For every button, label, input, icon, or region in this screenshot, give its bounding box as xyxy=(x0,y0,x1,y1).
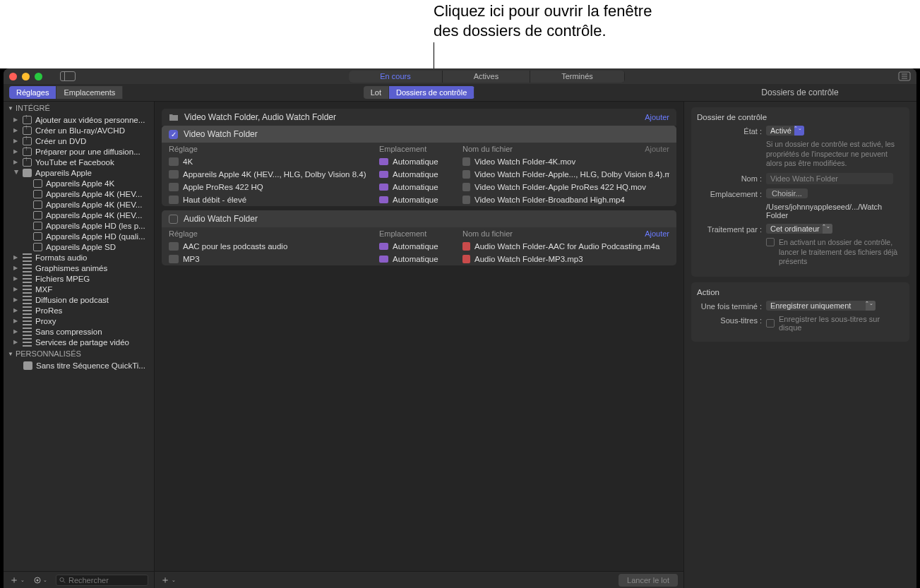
state-select[interactable]: Activé xyxy=(766,126,804,136)
disclosure-triangle-icon[interactable]: ▶ xyxy=(13,159,19,165)
seg-current[interactable]: En cours xyxy=(349,71,442,83)
sidebar-item[interactable]: ▶ProRes xyxy=(4,305,154,316)
disclosure-triangle-icon[interactable]: ▶ xyxy=(13,127,19,133)
sidebar-item[interactable]: ▶Sans compression xyxy=(4,326,154,337)
sidebar-item-label: ProRes xyxy=(35,306,62,315)
sidebar-item-label: Sans compression xyxy=(35,328,102,336)
disclosure-triangle-icon[interactable]: ▶ xyxy=(13,170,20,176)
sidebar-item[interactable]: Appareils Apple HD (quali... xyxy=(4,231,154,241)
add-watch-folder-link[interactable]: Ajouter xyxy=(645,113,669,121)
sidebar-item[interactable]: ▶Graphismes animés xyxy=(4,263,154,273)
minimize-window-icon[interactable] xyxy=(22,73,30,80)
tab-dossiers-controle[interactable]: Dossiers de contrôle xyxy=(389,86,474,99)
watch-folder-title-row[interactable]: Audio Watch Folder xyxy=(162,210,676,227)
location-text: Automatique xyxy=(393,196,438,204)
sidebar-item[interactable]: ▶Appareils Apple xyxy=(4,167,154,178)
search-input[interactable] xyxy=(68,576,145,584)
disclosure-triangle-icon[interactable]: ▶ xyxy=(13,254,19,260)
choose-location-button[interactable]: Choisir... xyxy=(766,188,808,198)
add-batch-button[interactable]: ＋⌄ xyxy=(160,574,176,587)
watch-folder-checkbox[interactable] xyxy=(169,215,178,224)
sidebar-item[interactable]: ▶Préparer pour une diffusion... xyxy=(4,146,154,157)
sidebar-item[interactable]: ▶MXF xyxy=(4,284,154,294)
disclosure-triangle-icon[interactable]: ▶ xyxy=(13,286,19,292)
stack-icon xyxy=(23,306,32,315)
seg-done[interactable]: Terminés xyxy=(530,71,625,83)
tab-lot[interactable]: Lot xyxy=(364,86,389,99)
once-done-select[interactable]: Enregistrer uniquement xyxy=(766,301,876,311)
column-header: Nom du fichier xyxy=(462,229,669,238)
close-window-icon[interactable] xyxy=(9,73,17,80)
filename-text: Video Watch Folder-4K.mov xyxy=(474,157,575,166)
output-row[interactable]: Apple ProRes 422 HQAutomatiqueVideo Watc… xyxy=(162,181,676,193)
launch-batch-button[interactable]: Lancer le lot xyxy=(619,574,678,587)
sidebar-item[interactable]: ▶Fichiers MPEG xyxy=(4,273,154,284)
sidebar-item[interactable]: Appareils Apple 4K (HEV... xyxy=(4,188,154,199)
disclosure-triangle-icon[interactable]: ▶ xyxy=(13,275,19,282)
process-existing-checkbox[interactable] xyxy=(766,238,775,246)
output-row[interactable]: MP3AutomatiqueAudio Watch Folder-MP3.mp3 xyxy=(162,253,676,265)
process-select[interactable]: Cet ordinateur xyxy=(766,224,832,234)
sidebar-item[interactable]: Appareils Apple 4K (HEV... xyxy=(4,210,154,220)
disclosure-triangle-icon[interactable]: ▶ xyxy=(13,138,19,144)
sidebar-item[interactable]: ▶Ajouter aux vidéos personne... xyxy=(4,114,154,125)
sidebar-item[interactable]: Appareils Apple 4K xyxy=(4,178,154,188)
output-row[interactable]: Appareils Apple 4K (HEV..., HLG, Dolby V… xyxy=(162,168,676,181)
center-tabs[interactable]: Lot Dossiers de contrôle xyxy=(364,86,475,99)
add-preset-button[interactable]: ＋⌄ xyxy=(9,574,25,587)
preset-action-button[interactable]: ⌄ xyxy=(33,576,47,584)
add-output-link[interactable]: Ajouter xyxy=(645,145,669,153)
output-row[interactable]: Haut débit - élevéAutomatiqueVideo Watch… xyxy=(162,193,676,206)
seg-active[interactable]: Actives xyxy=(443,71,530,83)
sidebar-item[interactable]: ▶Services de partage vidéo xyxy=(4,337,154,347)
disclosure-triangle-icon[interactable]: ▶ xyxy=(13,318,19,324)
state-help: Si un dossier de contrôle est activé, le… xyxy=(766,140,904,169)
watch-folder-title-row[interactable]: Video Watch Folder xyxy=(162,126,676,143)
sidebar-item[interactable]: ▶Proxy xyxy=(4,316,154,326)
sidebar-item-label: Appareils Apple 4K (HEV... xyxy=(46,190,142,198)
disclosure-triangle-icon[interactable]: ▶ xyxy=(13,307,19,313)
add-output-link[interactable]: Ajouter xyxy=(645,229,669,238)
tree-header-personnalises[interactable]: ▼PERSONNALISÉS xyxy=(4,347,154,360)
output-row[interactable]: AAC pour les podcasts audioAutomatiqueAu… xyxy=(162,240,676,253)
zoom-window-icon[interactable] xyxy=(35,73,42,80)
disclosure-triangle-icon[interactable]: ▶ xyxy=(13,116,19,123)
toggle-sidebar-icon[interactable] xyxy=(60,71,76,81)
subtitles-text: Enregistrer les sous-titres sur disque xyxy=(779,315,904,332)
sidebar-item[interactable]: Appareils Apple SD xyxy=(4,241,154,252)
sidebar-item[interactable]: Sans titre Séquence QuickTi... xyxy=(4,360,154,371)
inspector-settings-icon[interactable] xyxy=(898,71,911,81)
name-input[interactable] xyxy=(766,173,893,184)
disclosure-triangle-icon[interactable]: ▶ xyxy=(13,296,19,303)
tab-reglages[interactable]: Réglages xyxy=(9,86,56,99)
sidebar-tabs[interactable]: Réglages Emplacements xyxy=(9,86,155,99)
process-label: Traitement par : xyxy=(697,224,762,234)
window-controls[interactable] xyxy=(9,73,42,80)
device-icon xyxy=(33,190,42,198)
sidebar-item-label: Créer un Blu-ray/AVCHD xyxy=(35,126,125,135)
output-row[interactable]: 4KAutomatiqueVideo Watch Folder-4K.mov xyxy=(162,155,676,168)
file-icon xyxy=(462,196,470,204)
tab-emplacements[interactable]: Emplacements xyxy=(56,86,123,99)
disclosure-triangle-icon[interactable]: ▶ xyxy=(13,148,19,155)
share-icon xyxy=(23,137,32,145)
sidebar-item[interactable]: ▶Formats audio xyxy=(4,252,154,263)
disclosure-triangle-icon[interactable]: ▶ xyxy=(13,339,19,345)
sidebar-item[interactable]: ▶Diffusion de podcast xyxy=(4,294,154,305)
sidebar-item[interactable]: ▶YouTube et Facebook xyxy=(4,157,154,167)
disclosure-triangle-icon[interactable]: ▶ xyxy=(13,328,19,335)
subtitles-checkbox[interactable] xyxy=(766,319,775,328)
sidebar-item[interactable]: ▶Créer un DVD xyxy=(4,136,154,146)
status-segmented-control[interactable]: En cours Actives Terminés xyxy=(349,71,625,83)
sidebar-item[interactable]: Appareils Apple 4K (HEV... xyxy=(4,199,154,210)
tree-header-integre[interactable]: ▼INTÉGRÉ xyxy=(4,102,154,114)
preset-name: 4K xyxy=(183,157,193,166)
watch-folder-checkbox[interactable] xyxy=(169,130,178,139)
search-box[interactable] xyxy=(56,575,148,586)
stack-icon xyxy=(23,275,32,283)
disclosure-triangle-icon[interactable]: ▶ xyxy=(13,265,19,271)
sidebar-item[interactable]: Appareils Apple HD (les p... xyxy=(4,220,154,231)
sidebar-item-label: Appareils Apple HD (les p... xyxy=(46,222,145,230)
sidebar-item[interactable]: ▶Créer un Blu-ray/AVCHD xyxy=(4,125,154,136)
share-icon xyxy=(23,148,32,156)
